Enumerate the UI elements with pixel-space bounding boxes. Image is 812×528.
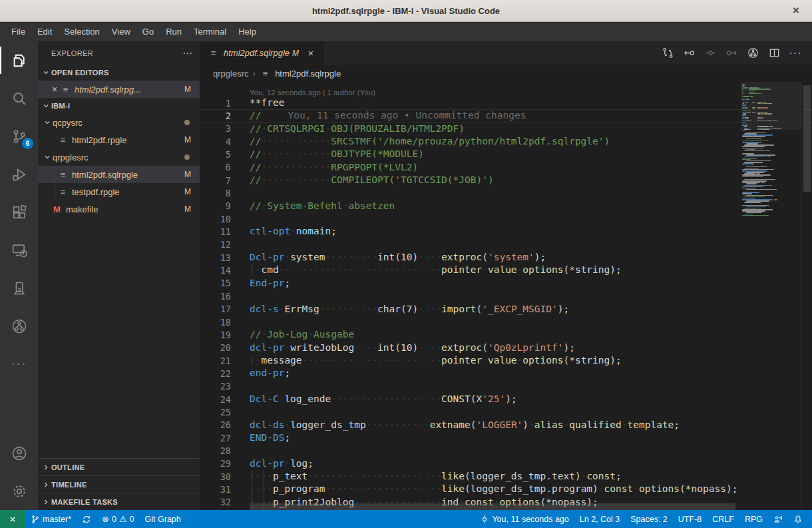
code-line-4[interactable]: 4//············SRCSTMF('/home/prouza/pyt… bbox=[200, 135, 812, 148]
next-change-icon[interactable] bbox=[724, 46, 739, 61]
explorer-more-actions-icon[interactable]: ⋯ bbox=[182, 47, 193, 59]
menu-go[interactable]: Go bbox=[136, 24, 160, 39]
compare-changes-icon[interactable] bbox=[660, 46, 675, 61]
status-eol[interactable]: CRLF bbox=[707, 515, 739, 524]
code-line-7[interactable]: 7//············COMPILEOPT('TGTCCSID(*JOB… bbox=[200, 174, 812, 186]
status-branch-status[interactable]: master* bbox=[25, 510, 77, 528]
section-timeline[interactable]: TIMELINE bbox=[38, 475, 200, 493]
status-language-mode[interactable]: RPG bbox=[739, 515, 768, 524]
git-graph-icon[interactable] bbox=[0, 307, 38, 345]
code-line-8[interactable]: 8 bbox=[200, 186, 812, 199]
code-line-14[interactable]: 14··cmd····························point… bbox=[200, 264, 812, 276]
code-editor[interactable]: You, 12 seconds ago | 1 author (You) 1**… bbox=[200, 82, 812, 510]
file-icon: ≡ bbox=[208, 48, 219, 58]
menu-help[interactable]: Help bbox=[232, 24, 262, 39]
current-change-icon[interactable] bbox=[703, 46, 717, 61]
status-remote-indicator[interactable] bbox=[0, 510, 25, 528]
status-cursor-position[interactable]: Ln 2, Col 3 bbox=[574, 515, 625, 524]
code-line-1[interactable]: 1**free bbox=[200, 97, 812, 109]
tab-close-icon[interactable]: × bbox=[304, 47, 317, 59]
close-icon[interactable]: × bbox=[49, 84, 60, 95]
code-line-18[interactable]: 18 bbox=[200, 316, 812, 328]
code-line-20[interactable]: 20dcl-pr·writeJobLog····int(10)····extpr… bbox=[200, 342, 812, 354]
status-text: 0 bbox=[112, 515, 116, 524]
code-line-25[interactable]: 25 bbox=[200, 405, 812, 418]
status-problems[interactable]: ⊗0⚠0 bbox=[97, 510, 139, 528]
blame-codelens[interactable]: You, 12 seconds ago | 1 author (You) bbox=[200, 82, 812, 97]
token: (X bbox=[471, 394, 482, 404]
project-section-header[interactable]: IBM-I bbox=[38, 98, 200, 114]
menu-terminal[interactable]: Terminal bbox=[188, 24, 232, 39]
code-line-23[interactable]: 23 bbox=[200, 380, 812, 393]
code-line-11[interactable]: 11ctl-opt·nomain; bbox=[200, 225, 812, 238]
menu-edit[interactable]: Edit bbox=[31, 24, 58, 39]
code-line-12[interactable]: 12 bbox=[200, 238, 812, 251]
run-debug-icon[interactable] bbox=[0, 155, 38, 193]
extensions-icon[interactable] bbox=[0, 193, 38, 231]
tab-html2pdf-sqlrpgle[interactable]: ≡ html2pdf.sqlrpgle M × bbox=[200, 41, 324, 65]
status-git-graph[interactable]: Git Graph bbox=[140, 510, 186, 528]
whitespace-dots: ···························· bbox=[279, 264, 441, 275]
code-line-24[interactable]: 24Dcl-C·log_ende···················CONST… bbox=[200, 393, 812, 405]
status-feedback[interactable] bbox=[768, 515, 788, 524]
scrollbar-track[interactable] bbox=[801, 82, 812, 510]
remote-explorer-icon[interactable] bbox=[0, 231, 38, 269]
code-line-29[interactable]: 29dcl-pr·log; bbox=[200, 457, 812, 470]
status-notifications[interactable] bbox=[788, 515, 808, 524]
line-number: 18 bbox=[200, 317, 231, 328]
settings-gear-icon[interactable] bbox=[0, 472, 38, 510]
account-icon[interactable] bbox=[0, 434, 38, 472]
section-makefile-tasks[interactable]: MAKEFILE TASKS bbox=[38, 493, 200, 510]
code-line-17[interactable]: 17dcl-s·ErrMsg··········char(7)····impor… bbox=[200, 303, 812, 316]
status-encoding[interactable]: UTF-8 bbox=[673, 515, 707, 524]
tree-item-testpdf-rpgle[interactable]: ≡testpdf.rpgleM bbox=[38, 183, 200, 200]
tree-item-html2pdf-sqlrpgle[interactable]: ≡html2pdf.sqlrpgleM bbox=[38, 166, 200, 183]
split-editor-icon[interactable] bbox=[767, 46, 781, 61]
code-line-9[interactable]: 9//·System-Befehl·absetzen bbox=[200, 200, 812, 212]
more-actions-icon[interactable]: ··· bbox=[788, 46, 803, 61]
open-editors-header[interactable]: OPEN EDITORS bbox=[38, 65, 200, 81]
more-views-icon[interactable]: ··· bbox=[0, 345, 38, 383]
code-line-15[interactable]: 15End-pr; bbox=[200, 277, 812, 290]
scrollbar-slider[interactable] bbox=[803, 85, 811, 192]
open-editor-item[interactable]: ×≡html2pdf.sqlrpg...M bbox=[38, 81, 200, 98]
code-line-28[interactable]: 28 bbox=[200, 444, 812, 457]
status-blame-status[interactable]: You, 11 seconds ago bbox=[475, 515, 574, 524]
minimap[interactable] bbox=[741, 82, 801, 510]
menu-file[interactable]: File bbox=[5, 24, 31, 39]
search-icon[interactable] bbox=[0, 79, 38, 117]
code-line-6[interactable]: 6//············RPGPPOPT(*LVL2) bbox=[200, 161, 812, 174]
tree-item-html2pdf-rpgle[interactable]: ≡html2pdf.rpgleM bbox=[38, 131, 200, 148]
code-line-5[interactable]: 5//············OBJTYPE(*MODULE) bbox=[200, 148, 812, 160]
code-line-21[interactable]: 21··message························point… bbox=[200, 354, 812, 367]
code-line-19[interactable]: 19//·Job-Log·Ausgabe bbox=[200, 328, 812, 341]
code-line-27[interactable]: 27END-DS; bbox=[200, 431, 812, 444]
previous-change-icon[interactable] bbox=[682, 46, 696, 61]
code-line-10[interactable]: 10 bbox=[200, 212, 812, 225]
code-line-3[interactable]: 3//·CRTSQLRPGI·OBJ(PROUZALIB/HTML2PDF) bbox=[200, 123, 812, 135]
gitlens-graph-icon[interactable] bbox=[745, 46, 760, 61]
menu-run[interactable]: Run bbox=[160, 24, 188, 39]
tree-item-qcpysrc[interactable]: qcpysrc bbox=[38, 114, 200, 131]
source-control-icon[interactable]: 6 bbox=[0, 117, 38, 155]
code-line-2[interactable]: 2//You, 11 seconds ago • Uncommitted cha… bbox=[200, 109, 812, 122]
section-outline[interactable]: OUTLINE bbox=[38, 458, 200, 475]
code-line-13[interactable]: 13Dcl-pr·system·········int(10)····extpr… bbox=[200, 251, 812, 264]
code-line-31[interactable]: 31····p_program····················like(… bbox=[200, 483, 812, 495]
tree-item-qrpglesrc[interactable]: qrpglesrc bbox=[38, 148, 200, 166]
window-close-icon[interactable]: × bbox=[788, 3, 804, 19]
code-line-30[interactable]: 30····p_text·······················like(… bbox=[200, 470, 812, 483]
menu-view[interactable]: View bbox=[106, 24, 136, 39]
tree-item-makefile[interactable]: MmakefileM bbox=[38, 200, 200, 218]
code-line-16[interactable]: 16 bbox=[200, 290, 812, 302]
code-line-22[interactable]: 22end-pr; bbox=[200, 367, 812, 380]
breadcrumb-file[interactable]: html2pdf.sqlrpgle bbox=[275, 69, 341, 79]
code-line-26[interactable]: 26dcl-ds·logger_ds_tmp···········extname… bbox=[200, 419, 812, 431]
status-indentation[interactable]: Spaces: 2 bbox=[625, 515, 673, 524]
menu-selection[interactable]: Selection bbox=[58, 24, 105, 39]
horizontal-scrollbar[interactable] bbox=[250, 503, 735, 510]
explorer-icon[interactable] bbox=[0, 41, 38, 79]
ibmi-server-icon[interactable] bbox=[0, 269, 38, 307]
breadcrumb-folder[interactable]: qrpglesrc bbox=[213, 69, 248, 79]
status-sync-button[interactable] bbox=[77, 510, 97, 528]
